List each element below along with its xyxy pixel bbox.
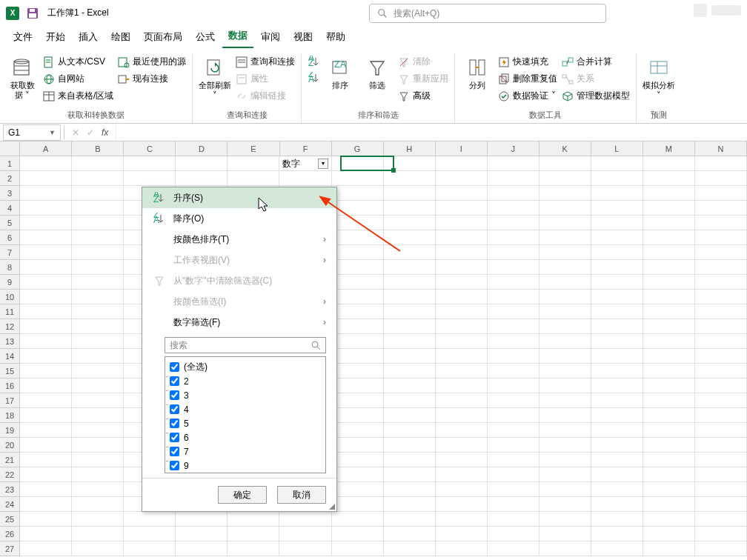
- cell[interactable]: [591, 393, 643, 408]
- cell[interactable]: [695, 453, 747, 467]
- cell[interactable]: [20, 275, 72, 290]
- row-header[interactable]: 15: [0, 364, 20, 379]
- cell[interactable]: [72, 408, 124, 423]
- cell[interactable]: [20, 379, 72, 393]
- cell[interactable]: [332, 541, 384, 556]
- cell[interactable]: [643, 230, 695, 245]
- cell[interactable]: [384, 364, 436, 379]
- cell[interactable]: [643, 171, 695, 186]
- cell[interactable]: [332, 482, 384, 497]
- cell[interactable]: [540, 201, 591, 216]
- row-header[interactable]: 6: [0, 230, 20, 245]
- cell[interactable]: [228, 541, 279, 556]
- cell[interactable]: [643, 216, 695, 230]
- data-validation-button[interactable]: 数据验证 ˅: [498, 90, 557, 102]
- name-box[interactable]: G1 ▼: [3, 124, 61, 141]
- from-csv-button[interactable]: 从文本/CSV: [43, 56, 113, 68]
- row-header[interactable]: 14: [0, 349, 20, 364]
- cell[interactable]: [72, 349, 124, 364]
- cell[interactable]: [436, 275, 488, 290]
- cell[interactable]: [332, 319, 384, 334]
- cell[interactable]: [228, 156, 279, 171]
- cell[interactable]: [72, 290, 124, 304]
- cell[interactable]: [488, 201, 540, 216]
- cell[interactable]: [695, 423, 747, 438]
- cell[interactable]: [488, 438, 540, 453]
- cell[interactable]: [20, 541, 72, 556]
- cell[interactable]: [72, 379, 124, 393]
- cell[interactable]: [436, 201, 488, 216]
- cell[interactable]: [488, 171, 540, 186]
- consolidate-button[interactable]: 合并计算: [562, 56, 630, 68]
- cell[interactable]: [591, 541, 643, 556]
- cell[interactable]: [436, 349, 488, 364]
- cell[interactable]: [591, 186, 643, 201]
- save-icon[interactable]: [27, 7, 39, 19]
- cell[interactable]: [332, 260, 384, 275]
- cell[interactable]: [72, 304, 124, 319]
- cell[interactable]: [20, 334, 72, 349]
- menu-tab-4[interactable]: 页面布局: [138, 26, 188, 48]
- cell[interactable]: [643, 260, 695, 275]
- row-header[interactable]: 26: [0, 527, 20, 541]
- cell[interactable]: [436, 512, 488, 527]
- ok-button[interactable]: 确定: [218, 486, 267, 504]
- cell[interactable]: [488, 349, 540, 364]
- cell[interactable]: [436, 408, 488, 423]
- cell[interactable]: [20, 512, 72, 527]
- cell[interactable]: [488, 290, 540, 304]
- cell[interactable]: [436, 171, 488, 186]
- cell[interactable]: [384, 201, 436, 216]
- cell[interactable]: [591, 379, 643, 393]
- cell[interactable]: [695, 497, 747, 512]
- cell[interactable]: [695, 379, 747, 393]
- cell[interactable]: [591, 334, 643, 349]
- cell[interactable]: [332, 230, 384, 245]
- cell[interactable]: [72, 438, 124, 453]
- cell[interactable]: [591, 275, 643, 290]
- cell[interactable]: [540, 186, 591, 201]
- cell[interactable]: [695, 230, 747, 245]
- cell[interactable]: [540, 260, 591, 275]
- cell[interactable]: [332, 201, 384, 216]
- cell[interactable]: [436, 438, 488, 453]
- existing-conn-button[interactable]: 现有连接: [118, 73, 186, 85]
- cell[interactable]: [540, 364, 591, 379]
- cell[interactable]: [332, 156, 384, 171]
- cell[interactable]: [695, 304, 747, 319]
- cell[interactable]: [384, 216, 436, 230]
- cell[interactable]: [20, 216, 72, 230]
- cell[interactable]: [124, 541, 176, 556]
- cell[interactable]: [540, 393, 591, 408]
- cell[interactable]: [488, 364, 540, 379]
- row-header[interactable]: 4: [0, 201, 20, 216]
- cell[interactable]: [20, 438, 72, 453]
- cell[interactable]: [72, 260, 124, 275]
- cell[interactable]: [72, 512, 124, 527]
- cell[interactable]: [176, 527, 228, 541]
- cell[interactable]: [332, 245, 384, 260]
- cell[interactable]: [488, 245, 540, 260]
- cancel-formula-icon[interactable]: ✕: [72, 127, 79, 138]
- cell[interactable]: [591, 260, 643, 275]
- cell[interactable]: [384, 290, 436, 304]
- cell[interactable]: [695, 349, 747, 364]
- cell[interactable]: [488, 186, 540, 201]
- cell[interactable]: [436, 156, 488, 171]
- cell[interactable]: [436, 186, 488, 201]
- column-header[interactable]: I: [436, 141, 488, 156]
- cell[interactable]: [72, 156, 124, 171]
- cell[interactable]: [72, 482, 124, 497]
- cell[interactable]: [643, 541, 695, 556]
- cell[interactable]: [72, 467, 124, 482]
- filter-button[interactable]: 筛选: [361, 54, 394, 107]
- cell[interactable]: [540, 541, 591, 556]
- cell[interactable]: [20, 364, 72, 379]
- cell[interactable]: [695, 527, 747, 541]
- cell[interactable]: [176, 156, 228, 171]
- sort-desc-item[interactable]: ZA 降序(O): [142, 208, 336, 229]
- cell[interactable]: [332, 497, 384, 512]
- cell[interactable]: [488, 216, 540, 230]
- cell[interactable]: [540, 512, 591, 527]
- cell[interactable]: [436, 497, 488, 512]
